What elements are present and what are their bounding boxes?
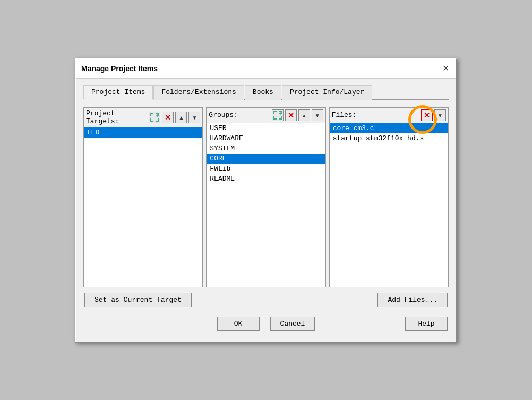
project-targets-delete-button[interactable]: ✕ [162,112,174,123]
help-button[interactable]: Help [405,317,448,331]
files-delete-wrapper: ✕ [421,109,433,121]
up-icon [178,114,184,121]
add-files-button[interactable]: Add Files... [377,293,448,307]
groups-header: Groups: ✕ [207,108,325,123]
project-targets-column: Project Targets: ✕ LED [83,107,203,287]
tab-books[interactable]: Books [245,85,281,100]
files-delete-button[interactable]: ✕ [421,109,433,121]
groups-down-button[interactable] [312,109,323,121]
list-item[interactable]: USER [207,123,325,133]
footer: OK Cancel Help [83,317,449,334]
cancel-button[interactable]: Cancel [270,317,315,331]
down-icon [315,112,320,118]
up-icon [302,112,307,118]
down-icon [192,114,197,121]
groups-up-button[interactable] [298,109,310,121]
project-targets-label: Project Targets: [86,109,147,125]
groups-column: Groups: ✕ USER HARDWARE [206,107,325,287]
list-item[interactable]: core_cm3.c [330,123,448,133]
tab-project-info-layer[interactable]: Project Info/Layer [282,85,372,100]
set-as-current-target-button[interactable]: Set as Current Target [84,293,192,307]
list-item[interactable]: startup_stm32f10x_hd.s [330,133,448,143]
groups-list: USER HARDWARE SYSTEM CORE FWLib README [207,123,325,287]
list-item[interactable]: SYSTEM [207,143,325,154]
close-button[interactable]: ✕ [440,63,451,74]
delete-icon: ✕ [288,111,294,120]
files-header: Files: ✕ [330,108,448,123]
groups-new-button[interactable] [272,109,284,121]
dialog-title: Manage Project Items [81,64,158,73]
manage-project-items-dialog: Manage Project Items ✕ Project Items Fol… [75,58,457,343]
list-item[interactable]: HARDWARE [207,133,325,143]
tab-folders-extensions[interactable]: Folders/Extensions [153,85,244,100]
project-targets-new-button[interactable] [149,112,160,123]
delete-icon: ✕ [424,111,430,120]
dialog-body: Project Items Folders/Extensions Books P… [76,79,456,342]
files-label: Files: [332,111,419,119]
list-item[interactable]: FWLib [207,164,325,174]
list-item[interactable]: README [207,174,325,184]
ok-button[interactable]: OK [217,317,260,331]
files-down-button[interactable] [434,109,446,121]
tab-project-items[interactable]: Project Items [83,85,153,100]
groups-label: Groups: [209,111,270,119]
project-targets-up-button[interactable] [175,112,187,123]
columns-area: Project Targets: ✕ LED [83,107,449,287]
new-icon [150,113,159,122]
title-bar: Manage Project Items ✕ [76,59,456,79]
groups-delete-button[interactable]: ✕ [285,109,297,121]
project-targets-list: LED [84,127,202,287]
tabs-bar: Project Items Folders/Extensions Books P… [83,84,449,100]
list-item[interactable]: LED [84,127,202,138]
down-icon [437,112,443,118]
list-item[interactable]: CORE [207,154,325,164]
bottom-buttons-row: Set as Current Target Add Files... [83,293,449,307]
project-targets-down-button[interactable] [188,112,200,123]
project-targets-header: Project Targets: ✕ [84,108,202,127]
new-icon [273,111,282,120]
files-list: core_cm3.c startup_stm32f10x_hd.s [330,123,448,287]
files-column: Files: ✕ core_cm3.c startup_stm32f10x_hd… [329,107,449,287]
delete-icon: ✕ [165,113,171,122]
